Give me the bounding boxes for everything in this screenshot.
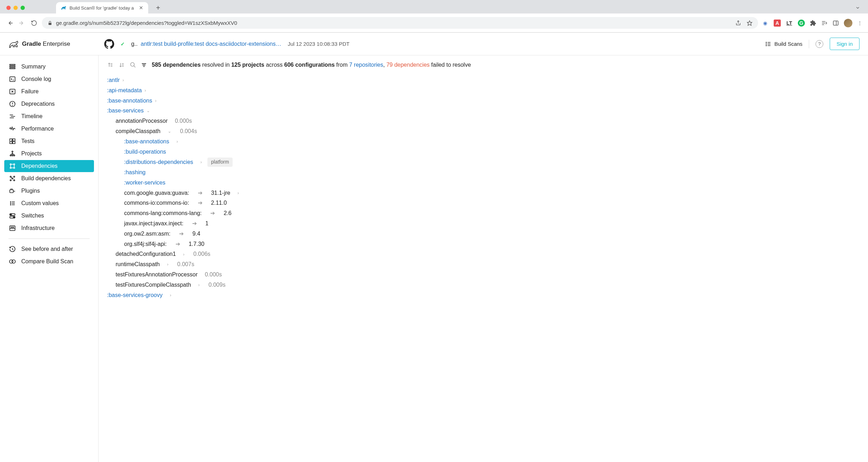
browser-chrome: Build Scan® for 'gradle' today a ✕ + ge.… <box>0 0 868 33</box>
tree-dep[interactable]: :hashing <box>124 167 859 178</box>
tree-node[interactable]: :api-metadata› <box>107 86 859 96</box>
failure-icon <box>9 88 16 95</box>
extension-icon[interactable]: LT <box>786 20 793 27</box>
tree-dep[interactable]: :distributions-dependencies ›platform <box>124 157 859 167</box>
tree-dep[interactable]: javax.inject:javax.inject: ➔ 1 <box>124 219 859 229</box>
sidebar-item-infrastructure[interactable]: Infrastructure <box>0 222 98 234</box>
chevron-right-icon: › <box>183 251 184 258</box>
sidebar-item-summary[interactable]: Summary <box>0 61 98 73</box>
tree-dep[interactable]: org.slf4j:slf4j-api: ➔ 1.7.30 <box>124 239 859 249</box>
tree-config[interactable]: testFixturesCompileClasspath › 0.009s <box>116 280 859 290</box>
maximize-window-button[interactable] <box>21 6 25 10</box>
dependencies-icon <box>9 162 16 170</box>
new-tab-button[interactable]: + <box>156 4 160 12</box>
sidebar-item-custom-values[interactable]: Custom values <box>0 197 98 209</box>
tree-config[interactable]: annotationProcessor 0.000s <box>116 116 859 126</box>
tree-config[interactable]: testFixturesAnnotationProcessor 0.000s <box>116 270 859 280</box>
reload-button[interactable] <box>30 19 38 27</box>
repositories-link[interactable]: 7 repositories <box>349 62 383 68</box>
chevron-right-icon: › <box>200 159 202 166</box>
tree-dep[interactable]: com.google.guava:guava: ➔ 31.1-jre › <box>124 188 859 198</box>
platform-badge: platform <box>207 158 233 167</box>
console-icon <box>9 75 16 83</box>
sidebar-item-failure[interactable]: Failure <box>0 86 98 98</box>
deprecations-icon <box>9 100 16 108</box>
tree-dep[interactable]: commons-lang:commons-lang: ➔ 2.6 <box>124 208 859 219</box>
panel-icon[interactable] <box>833 20 839 26</box>
sidebar-item-build-dependencies[interactable]: Build dependencies <box>0 172 98 185</box>
search-icon[interactable] <box>130 62 136 68</box>
chevron-right-icon: › <box>145 87 146 94</box>
check-icon: ✓ <box>121 41 125 47</box>
close-window-button[interactable] <box>6 6 11 10</box>
svg-point-42 <box>10 164 11 165</box>
tree-config[interactable]: runtimeClasspath › 0.007s <box>116 259 859 270</box>
svg-line-76 <box>12 249 13 250</box>
svg-rect-16 <box>10 64 15 65</box>
sidebar-item-switches[interactable]: Switches <box>0 210 98 222</box>
profile-avatar[interactable] <box>844 19 852 27</box>
tree-node[interactable]: :antlr› <box>107 75 859 86</box>
svg-point-51 <box>13 176 15 177</box>
sidebar-item-deprecations[interactable]: Deprecations <box>0 98 98 110</box>
forward-button[interactable] <box>18 19 26 27</box>
expand-up-icon[interactable] <box>107 62 113 68</box>
extensions-menu-icon[interactable] <box>810 20 816 26</box>
tree-node[interactable]: :base-services-groovy › <box>107 290 859 301</box>
collapse-down-icon[interactable] <box>118 62 125 68</box>
build-scans-link[interactable]: Build Scans <box>765 41 802 47</box>
sidebar-item-projects[interactable]: Projects <box>0 148 98 160</box>
minimize-window-button[interactable] <box>13 6 18 10</box>
sidebar-item-dependencies[interactable]: Dependencies <box>4 160 94 172</box>
help-icon[interactable]: ? <box>816 40 823 48</box>
signin-button[interactable]: Sign in <box>830 38 859 50</box>
tree-node[interactable]: :base-annotations› <box>107 96 859 106</box>
content-toolbar: 585 dependencies resolved in 125 project… <box>107 62 859 68</box>
chevron-down-icon: ⌄ <box>168 128 171 135</box>
tab-close-icon[interactable]: ✕ <box>139 5 143 11</box>
build-timestamp: Jul 12 2023 10:08:33 PDT <box>288 41 349 47</box>
bookmark-star-icon[interactable] <box>747 20 752 26</box>
filter-icon[interactable] <box>141 62 147 68</box>
github-icon[interactable] <box>104 39 114 49</box>
browser-menu-icon[interactable]: ⋮ <box>857 20 862 26</box>
tree-config[interactable]: detachedConfiguration1 › 0.006s <box>116 249 859 259</box>
sidebar-item-plugins[interactable]: Plugins <box>0 185 98 197</box>
tree-config-expanded[interactable]: compileClasspath ⌄ 0.004s <box>116 126 859 137</box>
divider <box>809 40 809 48</box>
extension-icon[interactable]: ◉ <box>762 20 769 27</box>
build-title[interactable]: g.. antlr:test build-profile:test docs-a… <box>131 41 281 47</box>
share-icon[interactable] <box>735 20 741 26</box>
browser-tab[interactable]: Build Scan® for 'gradle' today a ✕ <box>56 2 148 13</box>
tree-node-expanded[interactable]: :base-services⌄ <box>107 106 859 116</box>
performance-icon <box>9 125 16 133</box>
extension-icon[interactable]: A <box>774 20 781 27</box>
sidebar-item-timeline[interactable]: Timeline <box>0 110 98 122</box>
sidebar-item-performance[interactable]: Performance <box>0 123 98 135</box>
switches-icon <box>9 212 16 220</box>
reading-list-icon[interactable] <box>821 20 828 26</box>
sidebar-item-before-after[interactable]: See before and after <box>0 243 98 255</box>
tree-dep[interactable]: org.ow2.asm:asm: ➔ 9.4 <box>124 229 859 239</box>
extension-icon[interactable]: G <box>798 20 805 27</box>
tabs-menu-icon[interactable] <box>855 5 860 10</box>
arrow-right-icon: ➔ <box>179 230 184 238</box>
tree-dep[interactable]: :base-annotations › <box>124 137 859 147</box>
svg-rect-19 <box>10 77 15 81</box>
history-icon <box>9 245 16 253</box>
url-box[interactable]: ge.gradle.org/s/num5ib52372lg/dependenci… <box>42 17 758 29</box>
back-button[interactable] <box>6 19 14 27</box>
failed-deps-link[interactable]: 79 dependencies <box>386 62 430 68</box>
sidebar-item-console-log[interactable]: Console log <box>0 73 98 85</box>
tree-dep[interactable]: commons-io:commons-io: ➔ 2.11.0 <box>124 198 859 208</box>
svg-rect-90 <box>143 65 145 65</box>
svg-rect-56 <box>10 190 13 193</box>
tree-dep[interactable]: :build-operations <box>124 147 859 157</box>
svg-point-14 <box>766 45 767 46</box>
sidebar-item-tests[interactable]: Tests <box>0 135 98 147</box>
tab-title: Build Scan® for 'gradle' today a <box>69 5 136 11</box>
sidebar-item-compare[interactable]: Compare Build Scan <box>0 255 98 268</box>
arrow-right-icon: ➔ <box>198 189 202 198</box>
gradle-logo[interactable]: Gradle Enterprise <box>9 40 70 48</box>
tree-dep[interactable]: :worker-services <box>124 178 859 188</box>
